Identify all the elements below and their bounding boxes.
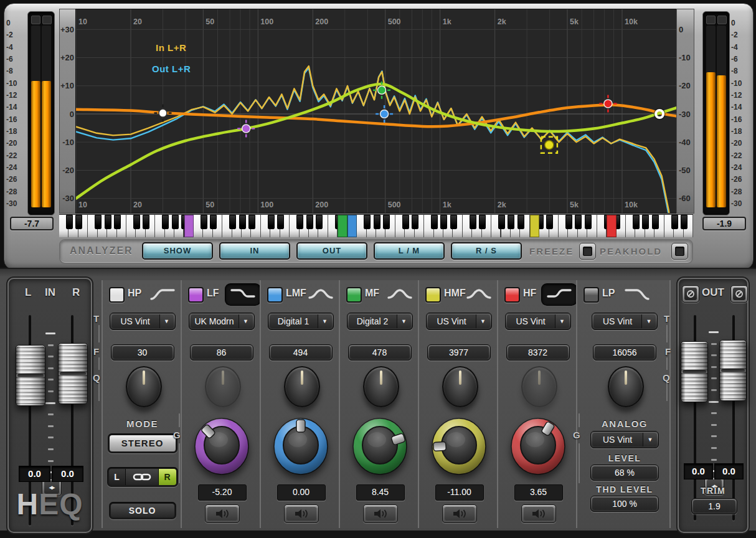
analyzer-lm-button[interactable]: L / M (374, 242, 445, 260)
input-fader-left[interactable] (16, 345, 45, 406)
hf-listen-button[interactable] (521, 504, 556, 523)
lf-filter-shape-icon[interactable] (225, 284, 260, 305)
hmf-gain-value[interactable]: -11.00 (435, 484, 484, 501)
input-meter-readout[interactable]: -7.7 (10, 217, 54, 230)
piano-key-black[interactable] (470, 215, 476, 229)
piano-key-black[interactable] (440, 215, 447, 229)
mf-q-knob[interactable] (363, 366, 399, 407)
lf-gain-knob[interactable] (192, 413, 252, 478)
eq-graph[interactable]: 1010202050501001002002005005001k1k2k2k5k… (75, 9, 678, 214)
lf-enable-chip[interactable] (188, 287, 204, 303)
piano-key-black[interactable] (517, 215, 524, 229)
stereo-mode-button[interactable]: STEREO (108, 433, 177, 453)
hmf-type-select[interactable]: US Vint▼ (426, 313, 492, 330)
mf-enable-chip[interactable] (346, 287, 362, 303)
piano-key-black[interactable] (162, 215, 169, 229)
piano-key-black[interactable] (105, 215, 111, 229)
analyzer-out-button[interactable]: OUT (296, 242, 367, 260)
piano-key-black[interactable] (277, 215, 284, 229)
piano-key-lmf-marker[interactable] (347, 215, 357, 237)
hf-filter-shape-icon[interactable] (542, 284, 577, 305)
hmf-enable-chip[interactable] (425, 287, 441, 303)
lp-enable-chip[interactable] (584, 287, 599, 303)
piano-key-mf-marker[interactable] (338, 215, 347, 237)
analyzer-rs-button[interactable]: R / S (451, 242, 522, 260)
piano-key-black[interactable] (633, 215, 640, 229)
piano-key-black[interactable] (575, 215, 582, 229)
hp-filter-shape-icon[interactable] (150, 286, 175, 304)
piano-key-black[interactable] (383, 215, 390, 229)
piano-key-black[interactable] (652, 215, 659, 229)
hp-type-select[interactable]: US Vint▼ (110, 313, 176, 330)
lmf-enable-chip[interactable] (267, 287, 283, 303)
mf-gain-knob[interactable] (350, 413, 410, 478)
hmf-frequency-value[interactable]: 3977 (427, 344, 491, 361)
analog-type-select[interactable]: US Vint▼ (590, 431, 659, 448)
hp-enable-chip[interactable] (109, 287, 125, 303)
input-gain-right-value[interactable]: 0.0 (52, 466, 83, 482)
hp-q-knob[interactable] (126, 366, 162, 407)
lf-frequency-value[interactable]: 86 (190, 344, 253, 361)
lp-frequency-value[interactable]: 16056 (593, 344, 656, 361)
lf-type-select[interactable]: UK Modrn▼ (189, 313, 255, 330)
lmf-q-knob[interactable] (284, 366, 320, 407)
lmf-gain-knob[interactable] (271, 413, 331, 478)
hmf-listen-button[interactable] (442, 504, 477, 523)
piano-key-black[interactable] (229, 215, 236, 229)
hf-type-select[interactable]: US Vint▼ (505, 313, 571, 330)
mf-filter-shape-icon[interactable] (387, 286, 412, 304)
lp-type-select[interactable]: US Vint▼ (592, 313, 658, 330)
piano-key-black[interactable] (248, 215, 255, 229)
piano-key-black[interactable] (374, 215, 380, 229)
output-gain-left-value[interactable]: 0.0 (684, 463, 713, 479)
lp-filter-shape-icon[interactable] (625, 286, 650, 304)
piano-key-black[interactable] (75, 215, 82, 229)
piano-key-black[interactable] (114, 215, 121, 229)
output-fader-left[interactable] (681, 341, 708, 402)
input-fader-right[interactable] (58, 343, 88, 404)
lf-q-knob[interactable] (205, 366, 241, 407)
link-channels-button[interactable] (125, 469, 159, 485)
output-gain-right-value[interactable]: 0.0 (714, 463, 744, 479)
piano-key-black[interactable] (546, 215, 553, 229)
hmf-gain-knob[interactable] (429, 413, 489, 478)
piano-key-black[interactable] (671, 215, 678, 229)
lmf-frequency-value[interactable]: 494 (269, 344, 333, 361)
piano-key-black[interactable] (402, 215, 409, 229)
analog-level-value[interactable]: 68 % (590, 465, 659, 481)
piano-key-black[interactable] (133, 215, 140, 229)
piano-key-black[interactable] (565, 215, 572, 229)
right-channel-button[interactable]: R (159, 469, 176, 485)
piano-key-black[interactable] (239, 215, 246, 229)
piano-key-black[interactable] (268, 215, 275, 229)
mf-gain-value[interactable]: 8.45 (356, 484, 405, 501)
piano-key-hmf-marker[interactable] (530, 215, 539, 237)
output-phase-right-button[interactable] (730, 285, 748, 303)
piano-key-black[interactable] (585, 215, 592, 229)
input-gain-left-value[interactable]: 0.0 (19, 466, 50, 482)
piano-key-black[interactable] (479, 215, 486, 229)
piano-key-black[interactable] (296, 215, 303, 229)
left-channel-button[interactable]: L (109, 469, 125, 485)
piano-key-black[interactable] (95, 215, 102, 229)
lmf-type-select[interactable]: Digital 1▼ (268, 313, 334, 330)
hf-q-knob[interactable] (521, 366, 557, 407)
peakhold-button[interactable] (671, 243, 688, 260)
piano-key-black[interactable] (66, 215, 73, 229)
mf-type-select[interactable]: Digital 2▼ (347, 313, 413, 330)
hmf-filter-shape-icon[interactable] (466, 286, 491, 304)
lmf-filter-shape-icon[interactable] (308, 286, 333, 304)
mf-listen-button[interactable] (363, 504, 398, 523)
piano-key-black[interactable] (364, 215, 371, 229)
hf-gain-knob[interactable] (508, 413, 568, 478)
lmf-listen-button[interactable] (284, 504, 319, 523)
freeze-button[interactable] (579, 243, 596, 260)
hp-frequency-value[interactable]: 30 (111, 344, 174, 361)
output-fader-right[interactable] (719, 340, 747, 401)
trim-value[interactable]: 1.9 (691, 498, 737, 514)
piano-key-black[interactable] (172, 215, 179, 229)
piano-key-black[interactable] (508, 215, 514, 229)
mf-frequency-value[interactable]: 478 (348, 344, 412, 361)
piano-key-black[interactable] (316, 215, 323, 229)
analog-thd-value[interactable]: 100 % (590, 496, 659, 512)
